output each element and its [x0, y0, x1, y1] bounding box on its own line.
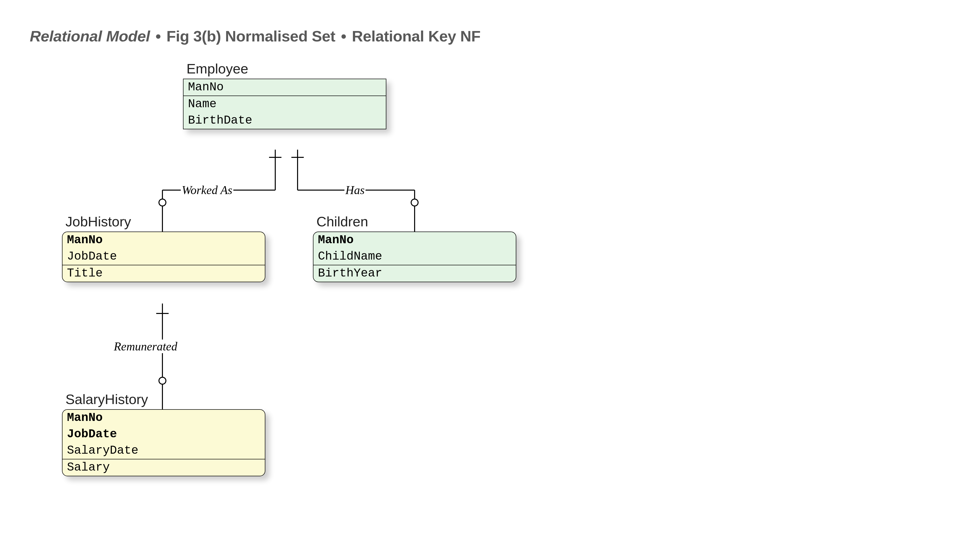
entity-salaryhistory-attr-0: ManNo: [62, 410, 265, 426]
entity-children: Children ManNo ChildName BirthYear: [313, 214, 516, 282]
entity-employee-box: ManNo Name BirthDate: [183, 79, 387, 129]
entity-children-box: ManNo ChildName BirthYear: [313, 231, 516, 282]
entity-children-attr-0: ManNo: [313, 232, 516, 248]
entity-jobhistory-attr-1: JobDate: [62, 248, 265, 265]
relationship-worked-as: Worked As: [181, 183, 233, 197]
svg-point-11: [411, 199, 418, 206]
entity-salaryhistory-box: ManNo JobDate SalaryDate Salary: [62, 409, 265, 476]
entity-employee-attr-0: ManNo: [183, 79, 386, 96]
entity-salaryhistory-attr-2: SalaryDate: [62, 442, 265, 459]
svg-point-4: [159, 199, 166, 206]
relationship-remunerated: Remunerated: [113, 340, 178, 353]
entity-employee-attr-1: Name: [183, 96, 386, 112]
entity-jobhistory-title: JobHistory: [62, 214, 265, 230]
relationship-has: Has: [344, 183, 366, 197]
entity-salaryhistory: SalaryHistory ManNo JobDate SalaryDate S…: [62, 391, 265, 476]
entity-salaryhistory-attr-3: Salary: [62, 460, 265, 476]
entity-employee-attr-2: BirthDate: [183, 112, 386, 129]
entity-salaryhistory-title: SalaryHistory: [62, 391, 265, 407]
entity-salaryhistory-attr-1: JobDate: [62, 426, 265, 442]
entity-children-title: Children: [313, 214, 516, 230]
entity-jobhistory: JobHistory ManNo JobDate Title: [62, 214, 265, 282]
svg-point-16: [159, 377, 166, 384]
entity-employee: Employee ManNo Name BirthDate: [183, 61, 387, 129]
entity-jobhistory-attr-2: Title: [62, 265, 265, 282]
entity-children-attr-2: BirthYear: [313, 265, 516, 282]
entity-children-attr-1: ChildName: [313, 248, 516, 265]
diagram-canvas: Relational Model • Fig 3(b) Normalised S…: [0, 0, 980, 546]
entity-jobhistory-box: ManNo JobDate Title: [62, 231, 265, 282]
entity-jobhistory-attr-0: ManNo: [62, 232, 265, 248]
entity-employee-title: Employee: [183, 61, 387, 77]
